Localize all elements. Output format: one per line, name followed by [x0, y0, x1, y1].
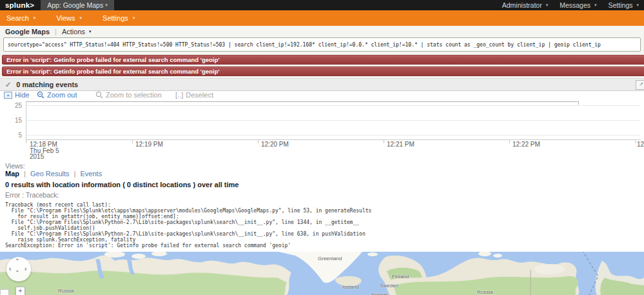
map-label: Greenland — [318, 256, 342, 261]
nav-views-menu[interactable]: Views ▾ — [56, 14, 91, 22]
x-axis-tick — [635, 139, 636, 143]
check-icon: ✓ — [5, 81, 11, 89]
timeline-range-end-tick — [578, 101, 579, 105]
user-menu[interactable]: Administrator ▾ — [502, 1, 548, 9]
hide-timeline-button[interactable]: ▴ Hide — [4, 91, 30, 99]
zoom-out-icon — [37, 91, 44, 99]
view-events-link[interactable]: Events — [81, 170, 102, 178]
chevron-down-icon: ▾ — [105, 3, 108, 8]
view-map-current: Map — [5, 170, 19, 178]
zoom-out-label: Zoom out — [47, 91, 77, 99]
map-corner-control[interactable] — [0, 289, 9, 295]
views-separator: | — [72, 170, 79, 178]
map-label: Russia — [58, 288, 73, 294]
views-label: Views: — [5, 162, 25, 170]
nav-settings-menu[interactable]: Settings ▾ — [102, 14, 144, 22]
x-axis-tick-label: 12:18 PM Thu Feb 5 2015 — [30, 141, 59, 160]
messages-menu-label: Messages — [560, 1, 590, 9]
chevron-down-icon: ▾ — [546, 3, 549, 8]
x-axis-tick-label: 12:21 PM — [387, 141, 415, 148]
chevron-down-icon: ▾ — [34, 15, 36, 21]
app-menu[interactable]: App: Google Maps ▾ — [41, 0, 113, 10]
hide-icon: ▴ — [4, 92, 12, 99]
x-axis-tick-label: 12:19 PM — [135, 141, 163, 148]
nav-views-label: Views — [56, 14, 75, 22]
x-tick-year: 2015 — [30, 154, 59, 160]
traceback-line: Traceback (most recent call last): — [5, 202, 371, 208]
deselect-label: Deselect — [186, 91, 213, 99]
x-axis-tick — [384, 139, 384, 143]
gridline — [26, 105, 641, 106]
export-icon[interactable]: ↗ — [636, 80, 644, 90]
views-separator: | — [21, 170, 28, 178]
chevron-down-icon: ▾ — [80, 15, 83, 21]
zoom-out-button[interactable]: Zoom out — [37, 91, 77, 99]
map-label: Finland — [392, 274, 409, 280]
pan-down-icon[interactable]: ˇ — [16, 270, 18, 277]
deselect-button[interactable]: [..] Deselect — [175, 91, 213, 99]
gridline — [26, 135, 641, 136]
user-menu-label: Administrator — [502, 1, 542, 9]
view-geo-results-link[interactable]: Geo Results — [30, 170, 70, 178]
python-traceback: Traceback (most recent call last): File … — [5, 202, 371, 249]
zoom-to-selection-button[interactable]: Zoom to selection — [95, 91, 162, 99]
x-axis-tick-label: 12:20 PM — [261, 141, 289, 148]
traceback-line: raise splunk.SearchException, fatality — [5, 237, 371, 243]
traceback-line: for result in getattr(job, entity_name)[… — [5, 214, 371, 219]
y-axis-tick-label: 25 — [4, 102, 22, 109]
gridline — [26, 120, 641, 121]
timeline-controls: ▴ Hide Zoom out Zoom to selection [..] D… — [0, 91, 644, 101]
hide-label: Hide — [15, 91, 30, 99]
deselect-icon: [..] — [175, 91, 183, 99]
nav-settings-label: Settings — [102, 14, 128, 22]
chevron-down-icon: ▾ — [594, 3, 597, 8]
error-traceback-label: Error : Traceback: — [5, 191, 59, 199]
page-title: Google Maps — [5, 28, 50, 36]
timeline-range-bar — [26, 101, 578, 102]
top-bar-right: Administrator ▾ Messages ▾ Settings ▾ — [502, 1, 639, 9]
traceback-line: SearchException: Error in 'script': Geti… — [5, 243, 371, 249]
y-axis-tick-label: 15 — [4, 117, 22, 124]
pan-right-icon[interactable]: › — [24, 265, 26, 272]
matching-events-bar: ✓ 0 matching events ↗ — [0, 78, 644, 91]
x-axis-tick — [509, 139, 510, 143]
nav-search-menu[interactable]: Search ▾ — [6, 14, 44, 22]
pan-left-icon[interactable]: ‹ — [9, 265, 11, 272]
pan-up-icon[interactable]: ˆ — [16, 258, 18, 265]
map-label: Sweden — [380, 283, 398, 289]
messages-menu[interactable]: Messages ▾ — [560, 1, 596, 9]
error-banner: Error in 'script': Getinfo probe failed … — [2, 66, 644, 76]
zoom-to-selection-label: Zoom to selection — [106, 91, 162, 99]
x-axis-tick — [132, 139, 133, 143]
chevron-down-icon: ▾ — [133, 15, 135, 21]
map-label: Iceland — [342, 284, 359, 290]
nav-search-label: Search — [6, 14, 29, 22]
splunk-logo[interactable]: splunk> — [5, 1, 34, 9]
app-menu-label: App: Google Maps — [47, 1, 103, 9]
matching-events-label: 0 matching events — [16, 81, 78, 88]
breadcrumb-separator: | — [55, 28, 57, 36]
traceback-line: File "C:\Program Files\Splunk\Python-2.7… — [5, 219, 371, 225]
results-summary: 0 results with location information ( 0 … — [5, 181, 239, 188]
x-axis-line — [26, 139, 641, 140]
x-axis-tick-label: 12:22 PM — [512, 141, 540, 148]
y-axis-tick-label: 5 — [4, 132, 22, 139]
zoom-to-selection-icon — [95, 91, 103, 99]
traceback-line: File "C:\Program Files\Splunk\etc\apps\m… — [5, 208, 371, 214]
actions-label: Actions — [62, 28, 85, 36]
world-map[interactable]: Greenland Iceland Finland Sweden Norway … — [0, 252, 644, 295]
chevron-down-icon: ▾ — [89, 29, 92, 34]
settings-menu-label: Settings — [609, 1, 633, 9]
map-label: Norway — [371, 292, 389, 295]
x-axis-tick — [258, 139, 259, 143]
map-pan-control[interactable]: ‹ › ˆ ˇ — [6, 257, 31, 281]
actions-menu[interactable]: Actions ▾ — [62, 28, 92, 36]
search-input[interactable] — [3, 37, 641, 52]
x-axis-tick-label: 12:23 PM — [637, 141, 644, 148]
traceback-line: self.job.pushValidation() — [5, 225, 371, 231]
map-zoom-in-button[interactable]: + — [15, 287, 25, 295]
traceback-line: File "C:\Program Files\Splunk\Python-2.7… — [5, 231, 371, 237]
views-switcher: Map | Geo Results | Events — [5, 170, 102, 178]
settings-menu[interactable]: Settings ▾ — [609, 1, 639, 9]
y-axis-line — [26, 101, 26, 140]
